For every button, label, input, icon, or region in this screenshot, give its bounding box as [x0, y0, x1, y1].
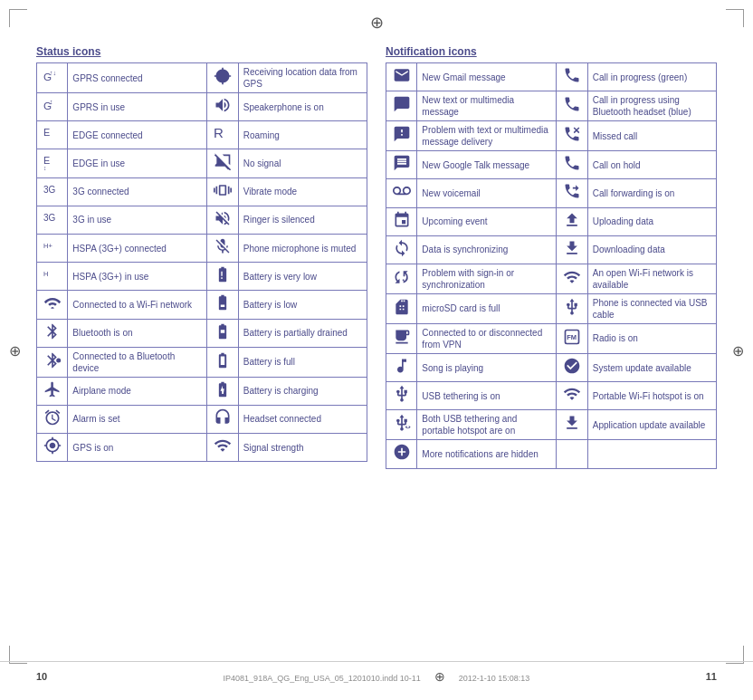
status-label-4-2: Vibrate mode [238, 177, 367, 206]
status-icon-7-1: H [37, 263, 68, 291]
table-row: E↕ EDGE in use No signal [37, 149, 367, 177]
table-row: Connected to or disconnected from VPN FM… [386, 323, 717, 353]
footer-file-info: IP4081_918A_QG_Eng_USA_05_1201010.indd 1… [224, 669, 530, 684]
table-row: More notifications are hidden [386, 440, 717, 468]
status-icon-12-1 [37, 405, 68, 433]
status-icon-7-2 [207, 263, 238, 291]
status-label-13-2: Signal strength [238, 434, 367, 462]
notif-label-1-1: New text or multimedia message [417, 91, 557, 121]
status-icon-10-2 [207, 347, 238, 377]
status-label-13-1: GPS is on [68, 434, 207, 462]
footer: 10 IP4081_918A_QG_Eng_USA_05_1201010.ind… [0, 661, 753, 684]
status-icon-2-2: R [207, 121, 238, 149]
status-icon-10-1 [37, 347, 68, 377]
status-icon-11-1 [37, 377, 68, 405]
notif-label-12-2: Application update available [587, 410, 716, 440]
status-icon-0-1: G↑↓ [37, 63, 68, 93]
status-label-7-2: Battery is very low [238, 263, 367, 291]
table-row: G↕ GPRS in use Speakerphone is on [37, 93, 367, 121]
status-label-8-1: Connected to a Wi-Fi network [68, 291, 207, 319]
status-label-0-2: Receiving location data from GPS [238, 63, 367, 93]
notif-label-6-2: Downloading data [587, 235, 716, 264]
notification-icons-section: Notification icons New Gmail message Cal… [386, 45, 717, 469]
notif-label-7-1: Problem with sign-in or synchronization [417, 264, 557, 293]
page-wrapper: ⊕ ⊕ ⊕ Status icons G↑↓ GPRS connected Re… [0, 0, 753, 700]
svg-text:↕: ↕ [43, 165, 46, 170]
notif-icon-8-2 [557, 293, 587, 323]
notif-icon-5-2 [557, 207, 587, 235]
notif-label-13-1: More notifications are hidden [417, 440, 557, 468]
status-label-12-2: Headset connected [238, 405, 367, 433]
status-icon-12-2 [207, 405, 238, 433]
status-icons-title: Status icons [36, 45, 367, 58]
notif-label-0-1: New Gmail message [417, 63, 557, 91]
status-label-1-1: GPRS in use [68, 93, 207, 121]
notif-icon-0-1 [386, 63, 417, 91]
status-icon-4-2 [207, 177, 238, 206]
notif-icon-6-1 [386, 235, 417, 264]
notif-label-10-2: System update available [587, 353, 716, 381]
notif-icon-1-2 [557, 91, 587, 121]
notif-label-9-2: Radio is on [587, 323, 716, 353]
table-row: Bluetooth is on Battery is partially dra… [37, 319, 367, 347]
svg-text:↑↓: ↑↓ [49, 69, 56, 77]
status-label-5-1: 3G in use [68, 206, 207, 234]
table-row: USB tethering is on Portable Wi-Fi hotsp… [386, 382, 717, 410]
corner-mark-tr [726, 9, 744, 27]
notif-icon-8-1 [386, 293, 417, 323]
notif-icon-4-2 [557, 179, 587, 207]
status-icon-4-1: 3G [37, 177, 68, 206]
notif-label-8-2: Phone is connected via USB cable [587, 293, 716, 323]
notif-label-8-1: microSD card is full [417, 293, 557, 323]
notif-label-1-2: Call in progress using Bluetooth headset… [587, 91, 716, 121]
notif-label-3-1: New Google Talk message [417, 151, 557, 179]
notif-icon-7-2 [557, 264, 587, 293]
table-row: Song is playing System update available [386, 353, 717, 381]
corner-mark-tl [9, 9, 27, 27]
status-icon-8-2 [207, 291, 238, 319]
table-row: E EDGE connected R Roaming [37, 121, 367, 149]
notif-icon-12-1 [386, 410, 417, 440]
svg-point-12 [56, 358, 61, 362]
table-row: 3G 3G in use Ringer is silenced [37, 206, 367, 234]
notif-icon-13-2 [557, 440, 587, 468]
left-page-num: 10 [36, 671, 47, 682]
table-row: New voicemail Call forwarding is on [386, 179, 717, 207]
side-cross-right: ⊕ [732, 341, 744, 359]
status-icon-6-2 [207, 234, 238, 262]
table-row: H+ HSPA (3G+) connected Phone microphone… [37, 234, 367, 262]
notif-icon-10-2 [557, 353, 587, 381]
status-label-9-1: Bluetooth is on [68, 319, 207, 347]
status-label-5-2: Ringer is silenced [238, 206, 367, 234]
table-row: Both USB tethering and portable hotspot … [386, 410, 717, 440]
notification-icons-title: Notification icons [386, 45, 717, 58]
status-label-3-2: No signal [238, 149, 367, 177]
status-label-11-2: Battery is charging [238, 377, 367, 405]
notif-icon-9-1 [386, 323, 417, 353]
status-icon-5-2 [207, 206, 238, 234]
notif-label-2-1: Problem with text or multimedia message … [417, 121, 557, 151]
notif-label-4-1: New voicemail [417, 179, 557, 207]
table-row: Data is synchronizing Downloading data [386, 235, 717, 264]
notif-label-5-1: Upcoming event [417, 207, 557, 235]
svg-text:FM: FM [567, 333, 577, 341]
status-label-0-1: GPRS connected [68, 63, 207, 93]
notif-icon-3-2 [557, 151, 587, 179]
status-label-6-1: HSPA (3G+) connected [68, 234, 207, 262]
status-icon-8-1 [37, 291, 68, 319]
notif-label-11-2: Portable Wi-Fi hotspot is on [587, 382, 716, 410]
table-row: Problem with text or multimedia message … [386, 121, 717, 151]
status-label-7-1: HSPA (3G+) in use [68, 263, 207, 291]
status-label-10-2: Battery is full [238, 347, 367, 377]
status-label-2-1: EDGE connected [68, 121, 207, 149]
notif-icon-13-1 [386, 440, 417, 468]
notif-icon-2-1 [386, 121, 417, 151]
status-icons-table: G↑↓ GPRS connected Receiving location da… [36, 62, 367, 462]
status-icons-section: Status icons G↑↓ GPRS connected Receivin… [36, 45, 367, 469]
notif-label-0-2: Call in progress (green) [587, 63, 716, 91]
notif-label-3-2: Call on hold [587, 151, 716, 179]
status-icon-1-2 [207, 93, 238, 121]
notif-icon-3-1 [386, 151, 417, 179]
notif-label-9-1: Connected to or disconnected from VPN [417, 323, 557, 353]
status-icon-6-1: H+ [37, 234, 68, 262]
